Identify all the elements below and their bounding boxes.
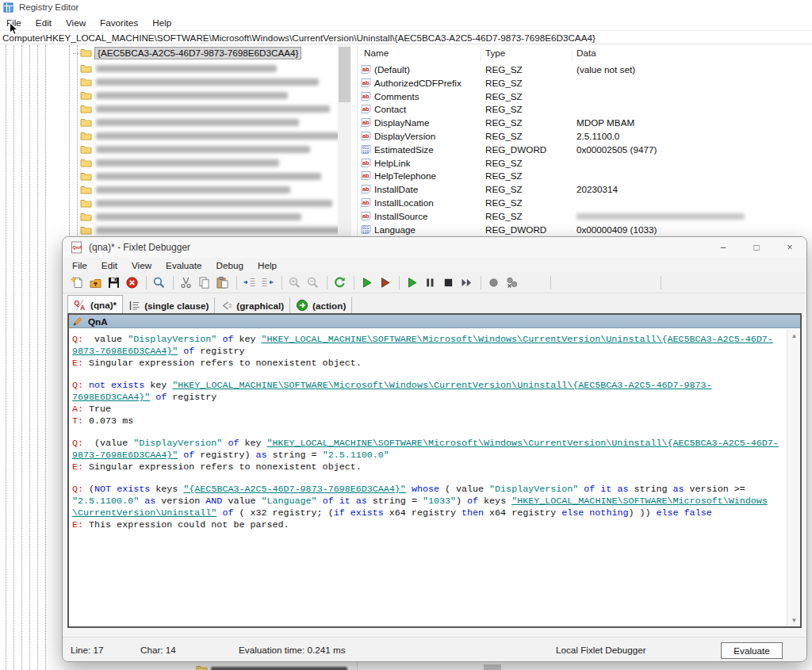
- evaluate-icon[interactable]: [358, 274, 375, 291]
- svg-text:A: A: [80, 304, 85, 311]
- column-separator[interactable]: [572, 49, 573, 61]
- action-tab-icon: [296, 299, 308, 312]
- scroll-down-icon[interactable]: ▼: [787, 614, 801, 626]
- registry-menu-view[interactable]: View: [66, 17, 86, 28]
- registry-value-row[interactable]: abInstallSourceREG_SZ: [0, 210, 444, 223]
- status-eval-time: Evaluation time: 0.241 ms: [239, 645, 345, 655]
- registry-value-row[interactable]: abHelpTelephoneREG_SZ: [0, 170, 444, 182]
- string-value-icon: ab: [361, 91, 371, 101]
- registry-value-row[interactable]: abCommentsREG_SZ: [0, 90, 444, 103]
- column-type[interactable]: Type: [485, 48, 505, 58]
- shift-left-icon[interactable]: [259, 274, 276, 291]
- debugger-menu-file[interactable]: File: [72, 260, 87, 270]
- cut-icon[interactable]: [178, 274, 194, 291]
- registry-value-row[interactable]: abDisplayVersionREG_SZ2.5.1100.0: [0, 130, 444, 143]
- registry-value-row[interactable]: abContactREG_SZ: [0, 103, 444, 116]
- registry-value-row[interactable]: abInstallLocationREG_SZ: [0, 197, 444, 209]
- debugger-menu-view[interactable]: View: [132, 260, 151, 270]
- evaluate-button[interactable]: Evaluate: [721, 642, 783, 659]
- value-name: Language: [374, 224, 416, 235]
- paste-icon[interactable]: [214, 274, 231, 291]
- single-clause-tab-icon: [128, 300, 140, 312]
- debugger-menu-help[interactable]: Help: [258, 260, 277, 270]
- clear-breakpoints-icon[interactable]: [504, 274, 520, 291]
- pause-icon[interactable]: [422, 274, 439, 291]
- value-type: REG_SZ: [485, 104, 523, 114]
- evaluate-all-icon[interactable]: [377, 274, 393, 291]
- string-value-icon: ab: [361, 158, 371, 168]
- registry-value-row[interactable]: abInstallDateREG_SZ20230314: [0, 183, 444, 196]
- maximize-button[interactable]: □: [740, 237, 773, 258]
- tab-qna[interactable]: QA(qna)*: [67, 295, 123, 313]
- import-icon[interactable]: [87, 274, 104, 291]
- string-value-icon: ab: [361, 211, 371, 221]
- svg-text:110: 110: [362, 229, 370, 233]
- registry-menubar: FileEditViewFavoritesHelp: [0, 16, 812, 29]
- qna-scrollbar[interactable]: ▲ ▼: [787, 329, 800, 626]
- value-type: REG_DWORD: [485, 224, 546, 235]
- value-type: REG_SZ: [485, 170, 523, 181]
- breakpoint-icon[interactable]: [485, 274, 502, 291]
- debugger-menu-evaluate[interactable]: Evaluate: [166, 260, 201, 270]
- string-value-icon: ab: [361, 197, 371, 208]
- registry-app-icon: [3, 2, 13, 13]
- refresh-icon[interactable]: [331, 274, 348, 291]
- value-data: 20230314: [576, 184, 618, 194]
- tab-graphical[interactable]: (graphical): [215, 297, 290, 313]
- tab-label: (action): [312, 301, 346, 311]
- debugger-statusbar: Line: 17 Char: 14 Evaluation time: 0.241…: [63, 637, 806, 661]
- value-type: REG_SZ: [485, 131, 523, 141]
- status-char: Char: 14: [140, 645, 176, 655]
- registry-menu-edit[interactable]: Edit: [36, 17, 52, 28]
- value-name: InstallDate: [374, 184, 418, 194]
- registry-value-row[interactable]: abAuthorizedCDFPrefixREG_SZ: [0, 77, 444, 90]
- svg-text:ab: ab: [362, 119, 370, 126]
- value-type: REG_SZ: [485, 197, 523, 208]
- new-document-icon[interactable]: [69, 274, 86, 291]
- dword-value-icon: 011110: [361, 224, 371, 235]
- string-value-icon: ab: [361, 170, 371, 181]
- close-file-icon[interactable]: [124, 274, 140, 291]
- column-separator[interactable]: [481, 49, 481, 61]
- find-icon[interactable]: [151, 274, 167, 291]
- step-over-icon[interactable]: [458, 274, 475, 291]
- zoom-in-icon[interactable]: [286, 274, 303, 291]
- value-name: HelpTelephone: [374, 170, 436, 181]
- registry-value-row[interactable]: ab(Default)REG_SZ(value not set): [0, 63, 444, 76]
- shift-right-icon[interactable]: [241, 274, 258, 291]
- registry-value-row[interactable]: abDisplayNameREG_SZMDOP MBAM: [0, 117, 444, 129]
- toolbar-separator: [354, 276, 354, 289]
- registry-address-bar[interactable]: Computer\HKEY_LOCAL_MACHINE\SOFTWARE\Mic…: [0, 30, 812, 44]
- minimize-button[interactable]: –: [707, 237, 740, 258]
- qna-editor[interactable]: Q: value "DisplayVersion" of key "HKEY_L…: [69, 329, 787, 626]
- value-type: REG_DWORD: [485, 144, 546, 155]
- column-data[interactable]: Data: [576, 48, 596, 58]
- debugger-menu-debug[interactable]: Debug: [216, 260, 243, 270]
- value-type: REG_SZ: [485, 117, 523, 128]
- stop-icon[interactable]: [440, 274, 457, 291]
- debugger-menu-edit[interactable]: Edit: [102, 260, 117, 270]
- string-value-icon: ab: [361, 117, 371, 128]
- tab-action[interactable]: (action): [290, 297, 352, 313]
- tab-singleclause[interactable]: (single clause): [123, 297, 215, 313]
- debugger-titlebar[interactable]: QnA (qna)* - Fixlet Debugger –□×: [63, 237, 806, 258]
- registry-menu-help[interactable]: Help: [152, 17, 171, 28]
- copy-icon[interactable]: [196, 274, 213, 291]
- registry-menu-favorites[interactable]: Favorites: [100, 17, 138, 28]
- qna-line: T: 0.073 ms: [72, 415, 787, 427]
- registry-titlebar: Registry Editor: [0, 0, 812, 14]
- qna-line: 7698E6D3CAA4}" of registry: [72, 392, 787, 404]
- registry-value-row[interactable]: 011110LanguageREG_DWORD0x00000409 (1033): [0, 224, 444, 236]
- save-icon[interactable]: [105, 274, 122, 291]
- value-name: InstallLocation: [374, 197, 434, 208]
- registry-value-row[interactable]: abHelpLinkREG_SZ: [0, 157, 444, 170]
- scroll-up-icon[interactable]: ▲: [787, 329, 801, 342]
- column-name[interactable]: Name: [364, 48, 389, 58]
- close-button[interactable]: ×: [773, 237, 806, 258]
- zoom-out-icon[interactable]: [304, 274, 321, 291]
- folder-icon: [196, 664, 208, 670]
- debug-run-icon[interactable]: [404, 274, 420, 291]
- svg-text:QnA: QnA: [73, 245, 82, 250]
- registry-value-row[interactable]: 011110EstimatedSizeREG_DWORD0x00002505 (…: [0, 144, 444, 156]
- debugger-toolbar: [63, 272, 806, 293]
